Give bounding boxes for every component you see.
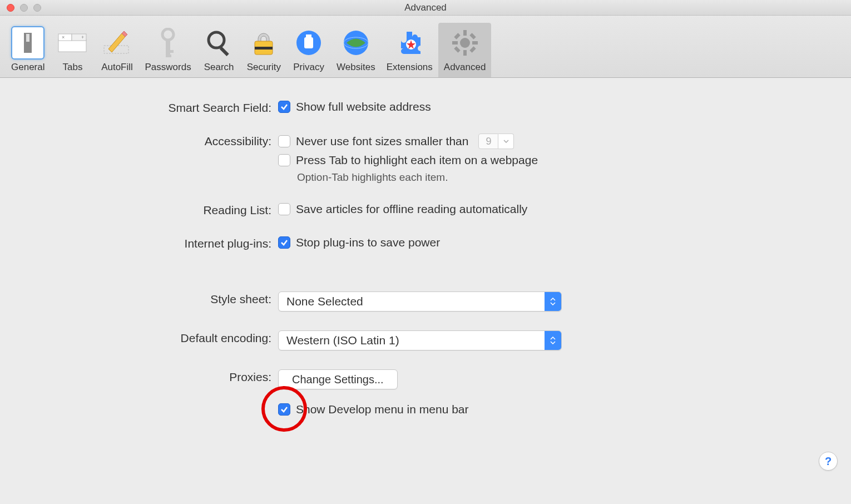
svg-rect-27 xyxy=(454,33,460,39)
style-sheet-value: None Selected xyxy=(279,295,545,308)
font-size-stepper-button[interactable] xyxy=(498,134,514,149)
develop-menu-checkbox[interactable] xyxy=(278,403,290,416)
font-size-stepper: 9 xyxy=(478,134,514,149)
style-sheet-label: Style sheet: xyxy=(0,291,278,306)
select-arrows-icon xyxy=(545,331,561,350)
option-tab-hint: Option-Tab highlights each item. xyxy=(297,171,851,184)
advanced-icon xyxy=(448,26,482,60)
autofill-icon xyxy=(100,26,133,60)
svg-rect-15 xyxy=(255,47,273,50)
chevron-down-icon xyxy=(503,140,509,143)
preferences-toolbar: General ×+ Tabs AutoFill Passwords Searc… xyxy=(0,16,851,78)
change-settings-label: Change Settings... xyxy=(292,373,384,386)
preferences-content: Smart Search Field: Show full website ad… xyxy=(0,78,851,416)
press-tab-label: Press Tab to highlight each item on a we… xyxy=(296,154,538,167)
traffic-lights xyxy=(7,4,41,12)
tab-general[interactable]: General xyxy=(6,23,50,77)
tab-websites[interactable]: Websites xyxy=(331,23,381,77)
svg-point-12 xyxy=(209,32,224,48)
help-button[interactable]: ? xyxy=(819,452,838,471)
default-encoding-label: Default encoding: xyxy=(0,330,278,345)
websites-icon xyxy=(339,26,373,60)
svg-text:×: × xyxy=(62,34,65,40)
empty-label xyxy=(0,403,278,404)
search-icon xyxy=(202,26,236,60)
tab-label: Search xyxy=(204,62,234,73)
reading-list-label: Reading List: xyxy=(0,202,278,217)
extensions-icon xyxy=(393,26,426,60)
default-encoding-select[interactable]: Western (ISO Latin 1) xyxy=(278,330,562,350)
passwords-icon xyxy=(151,26,185,60)
svg-point-22 xyxy=(460,38,470,48)
internet-plugins-label: Internet plug-ins: xyxy=(0,236,278,250)
titlebar: Advanced xyxy=(0,0,851,16)
tab-tabs[interactable]: ×+ Tabs xyxy=(50,23,95,77)
show-full-address-checkbox[interactable] xyxy=(278,101,290,113)
security-icon xyxy=(247,26,280,60)
tab-label: Advanced xyxy=(444,62,486,73)
change-settings-button[interactable]: Change Settings... xyxy=(278,369,398,389)
svg-rect-23 xyxy=(463,30,467,36)
svg-rect-18 xyxy=(306,34,311,40)
tabs-icon: ×+ xyxy=(56,26,89,60)
svg-rect-3 xyxy=(58,34,72,41)
svg-point-8 xyxy=(162,29,174,40)
accessibility-label: Accessibility: xyxy=(0,134,278,148)
proxies-label: Proxies: xyxy=(0,369,278,384)
tab-advanced[interactable]: Advanced xyxy=(438,23,492,77)
tab-label: General xyxy=(11,62,44,73)
tab-search[interactable]: Search xyxy=(197,23,241,77)
press-tab-checkbox[interactable] xyxy=(278,154,290,166)
svg-rect-24 xyxy=(463,50,467,56)
minimize-button[interactable] xyxy=(20,4,28,12)
svg-rect-26 xyxy=(472,41,478,45)
develop-menu-label: Show Develop menu in menu bar xyxy=(296,403,469,416)
tab-label: Passwords xyxy=(145,62,191,73)
svg-rect-29 xyxy=(454,46,460,52)
never-use-font-size-checkbox[interactable] xyxy=(278,135,290,147)
maximize-button[interactable] xyxy=(33,4,41,12)
stop-plugins-checkbox[interactable] xyxy=(278,236,290,249)
save-offline-checkbox[interactable] xyxy=(278,203,290,215)
close-button[interactable] xyxy=(7,4,14,12)
svg-rect-11 xyxy=(166,55,171,57)
tab-autofill[interactable]: AutoFill xyxy=(95,23,139,77)
default-encoding-value: Western (ISO Latin 1) xyxy=(279,334,545,347)
tab-passwords[interactable]: Passwords xyxy=(139,23,196,77)
smart-search-label: Smart Search Field: xyxy=(0,100,278,115)
tab-label: AutoFill xyxy=(101,62,133,73)
help-icon: ? xyxy=(825,455,832,468)
style-sheet-select[interactable]: None Selected xyxy=(278,291,562,312)
tab-privacy[interactable]: Privacy xyxy=(286,23,331,77)
general-icon xyxy=(11,26,44,60)
svg-rect-13 xyxy=(219,47,229,56)
tab-label: Privacy xyxy=(293,62,324,73)
show-full-address-label: Show full website address xyxy=(296,100,431,113)
svg-rect-2 xyxy=(58,39,86,52)
never-use-font-size-label: Never use font sizes smaller than xyxy=(296,135,468,148)
privacy-icon xyxy=(292,26,325,60)
window-title: Advanced xyxy=(404,2,447,13)
tab-label: Websites xyxy=(337,62,375,73)
tab-label: Tabs xyxy=(63,62,83,73)
svg-rect-25 xyxy=(452,41,458,45)
svg-rect-30 xyxy=(469,33,476,39)
save-offline-label: Save articles for offline reading automa… xyxy=(296,202,527,216)
svg-text:+: + xyxy=(81,34,84,40)
tab-security[interactable]: Security xyxy=(241,23,286,77)
font-size-value[interactable]: 9 xyxy=(478,134,498,149)
stop-plugins-label: Stop plug-ins to save power xyxy=(296,236,440,249)
svg-rect-10 xyxy=(166,50,174,53)
svg-rect-28 xyxy=(469,46,476,52)
svg-rect-1 xyxy=(26,34,29,42)
select-arrows-icon xyxy=(545,292,561,311)
tab-label: Extensions xyxy=(387,62,433,73)
tab-extensions[interactable]: Extensions xyxy=(381,23,438,77)
tab-label: Security xyxy=(247,62,281,73)
